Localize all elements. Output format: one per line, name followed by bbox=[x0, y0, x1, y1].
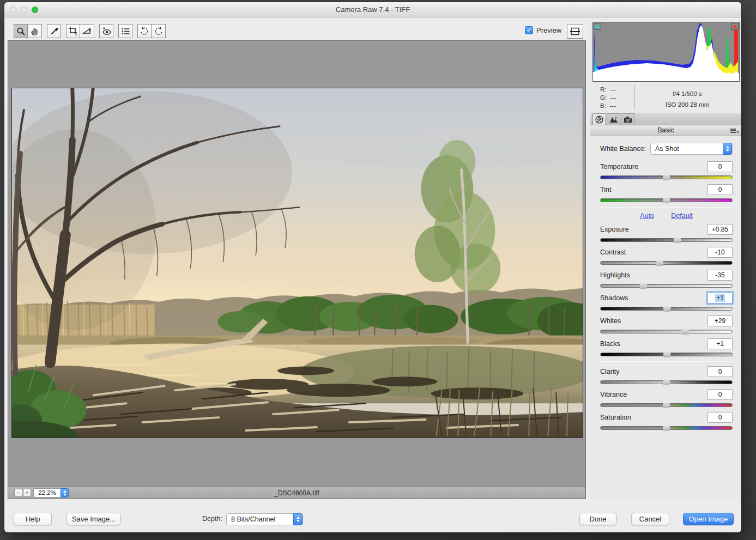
whites-slider-thumb[interactable] bbox=[681, 327, 689, 335]
white-balance-tool-button[interactable] bbox=[47, 24, 61, 38]
image-preview[interactable] bbox=[11, 88, 583, 438]
temperature-slider-thumb[interactable] bbox=[663, 173, 670, 180]
wb-sliders: Temperature0Tint0 bbox=[600, 161, 733, 202]
red-eye-icon bbox=[101, 27, 112, 36]
preferences-tool-button[interactable] bbox=[118, 24, 132, 38]
exposure-value-field[interactable]: +0.85 bbox=[707, 224, 733, 235]
panel-title: Basic bbox=[657, 126, 674, 134]
exposure-slider-track[interactable] bbox=[600, 238, 733, 242]
help-button[interactable]: Help bbox=[14, 513, 52, 525]
panel-menu-button[interactable] bbox=[730, 129, 738, 134]
white-balance-label: White Balance: bbox=[600, 145, 650, 153]
saturation-slider-track[interactable] bbox=[600, 426, 733, 430]
rotate-left-tool-button[interactable] bbox=[137, 24, 152, 38]
contrast-label: Contrast bbox=[600, 248, 626, 256]
tint-slider-track[interactable] bbox=[600, 198, 733, 202]
clarity-slider-thumb[interactable] bbox=[663, 378, 670, 385]
saturation-slider-thumb[interactable] bbox=[663, 424, 670, 431]
highlights-slider-thumb[interactable] bbox=[639, 282, 647, 289]
panel-tabs bbox=[590, 113, 741, 125]
clarity-slider-track[interactable] bbox=[600, 380, 733, 384]
vibrance-slider-track[interactable] bbox=[600, 403, 733, 407]
preview-pane: − + 22.2% _DSC4600A.tiff bbox=[8, 40, 586, 499]
preview-status-bar: − + 22.2% _DSC4600A.tiff bbox=[8, 487, 585, 499]
histogram bbox=[592, 22, 740, 82]
crop-icon bbox=[68, 26, 78, 36]
tab-basic[interactable] bbox=[592, 113, 606, 125]
filename-label: _DSC4600A.tiff bbox=[8, 489, 585, 497]
window-title: Camera Raw 7.4 - TIFF bbox=[4, 5, 741, 14]
list-icon bbox=[121, 27, 130, 35]
blacks-slider-track[interactable] bbox=[600, 353, 733, 356]
clarity-value-field[interactable]: 0 bbox=[707, 366, 733, 377]
rotate-cw-icon bbox=[154, 26, 164, 36]
done-button[interactable]: Done bbox=[579, 513, 616, 525]
select-stepper-icon bbox=[293, 513, 303, 525]
blacks-value-field[interactable]: +1 bbox=[707, 338, 733, 349]
exif-readout: f/4 1/500 s ISO 200 28 mm bbox=[639, 88, 735, 110]
whites-slider-track[interactable] bbox=[600, 330, 733, 333]
cancel-button[interactable]: Cancel bbox=[631, 513, 669, 525]
highlight-clipping-icon bbox=[732, 25, 737, 28]
shadows-slider-track[interactable] bbox=[600, 307, 733, 311]
hand-tool-button[interactable] bbox=[28, 24, 42, 38]
rotate-right-tool-button[interactable] bbox=[152, 24, 166, 38]
slider-row-clarity: Clarity0 bbox=[600, 366, 733, 384]
panel-header: Basic bbox=[590, 125, 741, 136]
temperature-label: Temperature bbox=[600, 163, 638, 171]
tool-bar bbox=[14, 24, 171, 39]
whites-value-field[interactable]: +29 bbox=[707, 315, 733, 326]
rgb-readout: R: --- G: --- B: --- bbox=[600, 86, 616, 110]
white-balance-row: White Balance: As Shot bbox=[600, 143, 733, 155]
exposure-slider-thumb[interactable] bbox=[674, 236, 681, 243]
camera-raw-window: Camera Raw 7.4 - TIFF bbox=[4, 2, 741, 532]
camera-icon bbox=[624, 116, 632, 123]
shadow-clipping-button[interactable] bbox=[594, 23, 601, 30]
slider-row-contrast: Contrast-10 bbox=[600, 247, 733, 265]
eyedropper-icon bbox=[50, 27, 59, 36]
saturation-value-field[interactable]: 0 bbox=[707, 412, 733, 423]
temperature-slider-track[interactable] bbox=[600, 175, 733, 179]
preview-toggle[interactable]: ✓ Preview bbox=[525, 26, 561, 34]
contrast-slider-thumb[interactable] bbox=[656, 259, 663, 266]
default-link[interactable]: Default bbox=[671, 212, 693, 220]
vibrance-slider-thumb[interactable] bbox=[663, 401, 670, 408]
tone-sliders: Exposure+0.85Contrast-10Highlights-35Sha… bbox=[600, 224, 733, 356]
highlights-slider-track[interactable] bbox=[600, 284, 733, 288]
shadows-value-field[interactable]: +1 bbox=[707, 293, 733, 304]
crop-tool-button[interactable] bbox=[66, 24, 80, 38]
slider-row-shadows: Shadows+1 bbox=[600, 293, 733, 311]
blacks-slider-thumb[interactable] bbox=[663, 350, 671, 357]
slider-row-blacks: Blacks+1 bbox=[600, 338, 733, 356]
highlights-value-field[interactable]: -35 bbox=[707, 270, 733, 281]
straighten-tool-button[interactable] bbox=[80, 24, 94, 38]
saturation-label: Saturation bbox=[600, 414, 631, 421]
vibrance-value-field[interactable]: 0 bbox=[707, 389, 733, 400]
tab-camera-calibration[interactable] bbox=[621, 113, 634, 125]
contrast-value-field[interactable]: -10 bbox=[707, 247, 733, 258]
shadows-slider-thumb[interactable] bbox=[663, 305, 671, 312]
zoom-tool-button[interactable] bbox=[14, 24, 28, 38]
red-eye-removal-tool-button[interactable] bbox=[99, 24, 113, 38]
tint-value-field[interactable]: 0 bbox=[707, 184, 733, 195]
auto-link[interactable]: Auto bbox=[640, 212, 654, 220]
white-balance-select[interactable]: As Shot bbox=[650, 143, 733, 155]
slider-row-vibrance: Vibrance0 bbox=[600, 389, 733, 407]
straighten-icon bbox=[82, 26, 92, 36]
auto-default-row: Auto Default bbox=[600, 212, 733, 220]
hand-icon bbox=[30, 27, 39, 36]
magnifier-icon bbox=[16, 27, 26, 36]
clarity-label: Clarity bbox=[600, 368, 619, 375]
exposure-label: Exposure bbox=[600, 226, 629, 233]
open-image-button[interactable]: Open Image bbox=[683, 513, 734, 525]
depth-select[interactable]: 8 Bits/Channel bbox=[226, 513, 303, 525]
contrast-slider-track[interactable] bbox=[600, 261, 733, 265]
temperature-value-field[interactable]: 0 bbox=[707, 161, 733, 172]
tint-slider-thumb[interactable] bbox=[663, 196, 670, 203]
preview-checkbox[interactable]: ✓ bbox=[525, 26, 533, 34]
tab-detail[interactable] bbox=[607, 113, 620, 125]
highlight-clipping-button[interactable] bbox=[731, 23, 739, 30]
save-image-button[interactable]: Save Image... bbox=[66, 513, 121, 525]
histogram-plot bbox=[593, 22, 739, 81]
toggle-fullscreen-button[interactable] bbox=[567, 24, 583, 39]
